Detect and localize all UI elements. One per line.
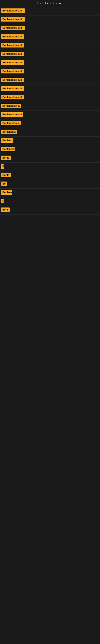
bottleneck-result-badge[interactable]: Bottl — [1, 208, 10, 212]
bottleneck-result-badge[interactable]: Bottleneck resu — [1, 121, 21, 126]
list-item: Bottleneck result — [0, 6, 100, 16]
items-container: Bottleneck resultBottleneck resultBottle… — [0, 6, 100, 214]
site-title: TheBottlenecker.com — [0, 0, 100, 6]
bottleneck-result-badge[interactable]: Bottleneck result — [1, 78, 24, 82]
bottleneck-result-badge[interactable]: Bottleneck result — [1, 43, 24, 48]
bottleneck-result-badge[interactable]: Bottlen — [1, 138, 13, 143]
list-item: Bottleneck result — [0, 59, 100, 68]
bottleneck-result-badge[interactable]: Bottlens — [1, 190, 12, 194]
bottleneck-result-badge[interactable]: Bottle — [1, 156, 11, 160]
bottleneck-result-badge[interactable]: Bottleneck result — [1, 26, 25, 30]
list-item: Bottlen — [0, 137, 100, 145]
list-item: Bottleneck resu — [0, 119, 100, 128]
list-item: Bottleneck result — [0, 68, 100, 76]
site-title-container: TheBottlenecker.com — [0, 0, 100, 6]
list-item: Bottleneck result — [0, 111, 100, 119]
bottleneck-result-badge[interactable]: Bottleneck — [1, 147, 15, 151]
bottleneck-result-badge[interactable]: Bottleneck result — [1, 69, 24, 74]
list-item: Bottlens — [0, 188, 100, 197]
bottleneck-result-badge[interactable]: Bottleneck result — [1, 34, 24, 39]
bottleneck-result-badge[interactable]: Bottleneck result — [1, 112, 23, 117]
bottleneck-result-badge[interactable]: Bot — [1, 182, 7, 186]
list-item: Bottleneck result — [0, 33, 100, 42]
list-item: Bottleneck result — [0, 85, 100, 94]
list-item: B — [0, 197, 100, 206]
bottleneck-result-badge[interactable]: Bottleneck result — [1, 95, 24, 100]
bottleneck-result-badge[interactable]: Bottle — [1, 173, 11, 177]
list-item: Bottl — [0, 206, 100, 214]
bottleneck-result-badge[interactable]: Bottleneck result — [1, 17, 25, 22]
list-item: Bottle — [0, 171, 100, 180]
bottleneck-result-badge[interactable]: Bottleneck resu — [1, 104, 21, 108]
list-item: B — [0, 162, 100, 171]
list-item: Bottleneck result — [0, 50, 100, 59]
bottleneck-result-badge[interactable]: B — [1, 164, 4, 169]
list-item: Bottleneck result — [0, 42, 100, 50]
bottleneck-result-badge[interactable]: Bottleneck result — [1, 60, 24, 65]
list-item: Bottleneck r — [0, 128, 100, 137]
list-item: Bot — [0, 180, 100, 188]
bottleneck-result-badge[interactable]: Bottleneck result — [1, 52, 24, 56]
list-item: Bottleneck — [0, 145, 100, 154]
list-item: Bottle — [0, 154, 100, 162]
list-item: Bottleneck result — [0, 16, 100, 24]
list-item: Bottleneck result — [0, 76, 100, 85]
bottleneck-result-badge[interactable]: Bottleneck r — [1, 130, 17, 134]
list-item: Bottleneck resu — [0, 102, 100, 111]
bottleneck-result-badge[interactable]: Bottleneck result — [1, 86, 24, 91]
bottleneck-result-badge[interactable]: B — [1, 199, 4, 203]
list-item: Bottleneck result — [0, 94, 100, 102]
list-item: Bottleneck result — [0, 24, 100, 33]
bottleneck-result-badge[interactable]: Bottleneck result — [1, 8, 25, 13]
